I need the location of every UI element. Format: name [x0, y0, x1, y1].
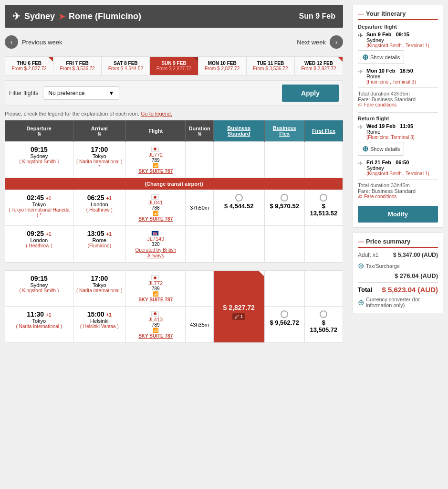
transit-alert-row: (Change transit airport) — [5, 178, 343, 190]
radio-selected — [235, 293, 243, 301]
price-bs-cell-3 — [213, 226, 264, 263]
arrival-plane-icon: ✈ — [358, 68, 364, 75]
price-ff-cell-5[interactable]: $ 13,505.72 — [304, 307, 343, 343]
next-week-button[interactable]: › — [330, 35, 343, 49]
ret-segment-2-details: Fri 21 Feb 06:50 Sydney (Kingsford Smith… — [366, 159, 429, 176]
suite-link-5[interactable]: SKY SUITE 787 — [138, 333, 173, 339]
price-bf-cell-1 — [264, 142, 304, 178]
japan-flag-icon-4 — [151, 275, 159, 280]
price-bs-cell-1 — [213, 142, 264, 178]
ret-duration-info: Total duration 33h45m Fare: Business Sta… — [358, 182, 438, 199]
date-mon-10[interactable]: MON 10 FEB From $ 2,827.72 — [198, 57, 247, 75]
date-selector: THU 6 FEB From $ 2,827.72 FRI 7 FEB From… — [5, 56, 343, 75]
fare-conditions-link-ret[interactable]: Fare conditions — [358, 194, 438, 199]
suite-link-2[interactable]: SKY SUITE 787 — [138, 216, 173, 222]
table-row: 09:25 +1 London ( Heathrow ) 13:05 +1 Ro… — [5, 226, 343, 263]
dropdown-chevron-icon: ▼ — [108, 90, 114, 96]
filter-bar: Filter flights No preference ▼ Apply — [5, 80, 343, 106]
flight-num-link-4[interactable]: JL772 — [148, 280, 163, 286]
price-bf-cell-2[interactable]: $ 9,570.52 — [264, 190, 304, 226]
wifi-icon-1: 📶 — [129, 163, 183, 168]
date-fri-7[interactable]: FRI 7 FEB From $ 3,536.72 — [53, 57, 102, 75]
prev-week-nav[interactable]: ‹ Previous week — [5, 35, 63, 49]
next-week-label: Next week — [297, 39, 326, 46]
duration-cell-2: 37h50m — [186, 190, 213, 226]
sort-departure-icon: ⇅ — [8, 131, 70, 137]
price-ff-cell-2[interactable]: $ 13,513.52 — [304, 190, 343, 226]
dep-segment-2: ✈ Mon 10 Feb 18:50 Rome (Fiumicino , Ter… — [358, 68, 438, 85]
col-duration[interactable]: Duration ⇅ — [186, 120, 213, 142]
low-price-flag-selected — [193, 57, 198, 62]
date-tue-11[interactable]: TUE 11 FEB From $ 3,536.72 — [247, 57, 295, 75]
radio-ff-5 — [320, 310, 327, 318]
flight-num-link-1[interactable]: JL772 — [148, 152, 163, 158]
fare-conditions-link-dep[interactable]: Fare conditions — [358, 102, 438, 107]
dep-duration-info: Total duration 43h35m Fare: Business Sta… — [358, 91, 438, 107]
modify-button[interactable]: Modify — [358, 206, 438, 223]
flight-num-link-5[interactable]: JL413 — [148, 317, 163, 322]
japan-flag-icon — [151, 147, 159, 152]
date-thu-6[interactable]: THU 6 FEB From $ 2,827.72 — [5, 57, 53, 75]
low-price-flag-wed — [338, 57, 343, 62]
tax-row: ⊕ Tax/Surcharge — [358, 261, 438, 270]
currency-converter[interactable]: ⊕ Currency converter (for information on… — [358, 297, 438, 308]
radio-bs-2 — [235, 194, 243, 202]
return-flight-header: Return flight — [358, 116, 438, 121]
date-wed-12[interactable]: WED 12 FEB From $ 2,827.72 — [295, 57, 343, 75]
radio-bf-5 — [281, 310, 288, 318]
show-details-button-dep[interactable]: ⊕ Show details — [358, 50, 404, 64]
apply-button[interactable]: Apply — [282, 85, 339, 102]
total-label: Total — [358, 286, 372, 293]
flight-num-link-2[interactable]: JL041 — [148, 200, 163, 205]
arrow-icon: ➤ — [59, 12, 65, 21]
legend-note: Please, check the legend for the explana… — [5, 111, 343, 117]
japan-flag-icon-2 — [151, 194, 159, 200]
price-bs-selected-cell[interactable]: $ 2,827.72 🖊 1 — [213, 270, 264, 342]
route-title: ✈ Sydney ➤ Rome (Fiumicino) — [12, 11, 141, 22]
departure-plane-icon: ✈ — [358, 32, 364, 39]
show-details-button-ret[interactable]: ⊕ Show details — [358, 142, 404, 156]
spacer-row — [5, 262, 343, 270]
col-business-standard[interactable]: Business Standard — [213, 120, 264, 142]
departure-cell-2: 02:45 +1 Tokyo ( Tokyo International Han… — [5, 190, 73, 226]
dep-segment-2-details: Mon 10 Feb 18:50 Rome (Fiumicino , Termi… — [366, 68, 416, 85]
flight-table: Departure ⇅ Arrival ⇅ Flight Duration ⇅ … — [5, 120, 343, 343]
arrival-cell-4: 17:00 Tokyo ( Narita International ) — [73, 270, 125, 307]
operated-by-link[interactable]: Operated by British Airways — [135, 247, 176, 258]
price-summary-section: Price summary Adult x1 $ 5,347.00 (AUD) … — [353, 233, 443, 313]
duration-cell-5: 43h35m — [186, 307, 213, 343]
col-first-flex[interactable]: First Flex — [304, 120, 343, 142]
arrival-cell-2: 06:25 +1 London ( Heathrow ) — [73, 190, 125, 226]
ret-segment-2: ✈ Fri 21 Feb 06:50 Sydney (Kingsford Smi… — [358, 159, 438, 176]
date-sun-9[interactable]: SUN 9 FEB From $ 2,827.72 — [150, 57, 198, 75]
departure-cell-1: 09:15 Sydney ( Kingsford Smith ) — [5, 142, 73, 178]
dep-segment-1: ✈ Sun 9 Feb 09:15 Sydney (Kingsford Smit… — [358, 32, 438, 48]
price-bs-cell-2[interactable]: $ 4,544.52 — [213, 190, 264, 226]
col-business-flex[interactable]: Business Flex — [264, 120, 304, 142]
week-navigation: ‹ Previous week Next week › — [5, 32, 343, 53]
price-bf-cell-5[interactable]: $ 9,562.72 — [264, 307, 304, 343]
tax-expand-icon[interactable]: ⊕ — [358, 261, 364, 270]
sort-arrival-icon: ⇅ — [76, 131, 123, 137]
total-price-row: Total $ 5,623.04 (AUD) — [358, 282, 438, 294]
flight-num-link-3[interactable]: JL7149 — [147, 236, 164, 242]
legend-link[interactable]: Go to legend. — [141, 111, 172, 117]
suite-link-4[interactable]: SKY SUITE 787 — [138, 297, 173, 302]
uk-flag-icon: 🇬🇧 — [151, 231, 159, 236]
filter-dropdown[interactable]: No preference ▼ — [43, 86, 119, 100]
next-week-nav[interactable]: Next week › — [297, 35, 343, 49]
itinerary-title: Your itinerary — [358, 10, 438, 20]
prev-week-button[interactable]: ‹ — [5, 35, 18, 49]
route-date: Sun 9 Feb — [299, 12, 335, 21]
table-row: 09:15 Sydney ( Kingsford Smith ) 17:00 T… — [5, 270, 343, 307]
price-ff-cell-4 — [304, 270, 343, 307]
suite-link-1[interactable]: SKY SUITE 787 — [138, 169, 173, 174]
separator-3 — [358, 179, 438, 180]
currency-label: Currency converter (for information only… — [366, 297, 438, 308]
departure-flight-header: Departure flight — [358, 24, 438, 30]
adult-price: $ 5,347.00 (AUD) — [393, 252, 438, 258]
date-sat-8[interactable]: SAT 8 FEB From $ 4,544.52 — [102, 57, 150, 75]
col-departure[interactable]: Departure ⇅ — [5, 120, 73, 142]
flight-cell-5: JL413 789 📶 SKY SUITE 787 — [125, 307, 186, 343]
col-arrival[interactable]: Arrival ⇅ — [73, 120, 125, 142]
